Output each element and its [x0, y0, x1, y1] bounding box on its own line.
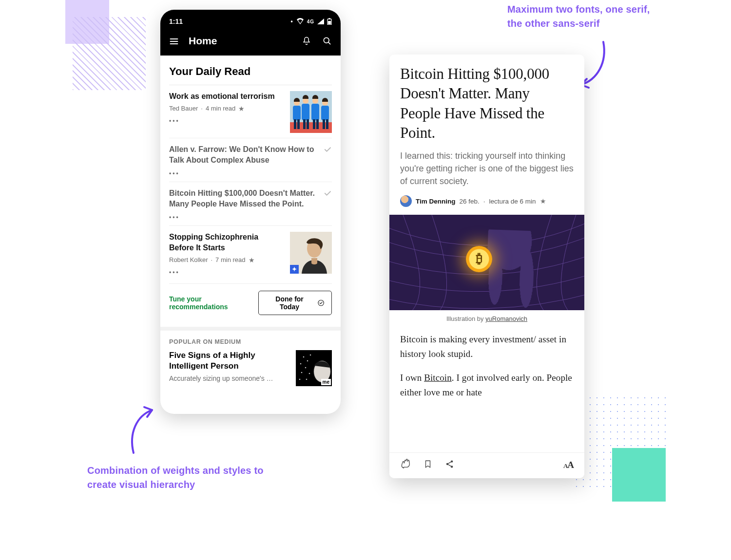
- svg-rect-1: [329, 18, 330, 19]
- svg-point-36: [306, 378, 308, 380]
- done-label: Done for Today: [266, 295, 313, 311]
- svg-rect-8: [311, 104, 319, 120]
- svg-rect-11: [297, 119, 300, 129]
- article-author: Ted Bauer: [169, 105, 198, 112]
- article-subtitle: I learned this: tricking yourself into t…: [400, 149, 574, 187]
- share-icon[interactable]: [445, 459, 455, 471]
- clap-icon[interactable]: [400, 459, 411, 471]
- article-title: Work as emotional terrorism: [169, 91, 283, 102]
- author-avatar[interactable]: [400, 195, 412, 207]
- popular-label: POPULAR ON MEDIUM: [169, 338, 332, 345]
- hero-hand: [485, 229, 542, 311]
- done-for-today-button[interactable]: Done for Today: [258, 291, 332, 315]
- article-date: 26 feb.: [460, 198, 480, 205]
- article-item[interactable]: Allen v. Farrow: We Don't Know How to Ta…: [169, 138, 332, 182]
- article-paragraph: Bitcoin is making every investment/ asse…: [400, 332, 574, 361]
- star-icon: ★: [238, 105, 245, 112]
- svg-rect-15: [316, 119, 319, 129]
- section-title: Your Daily Read: [169, 62, 332, 85]
- article-readtime: 7 min read: [215, 256, 245, 263]
- inline-link[interactable]: Bitcoin: [424, 373, 452, 383]
- article-readtime: lectura de 6 min: [489, 198, 536, 205]
- article-meta: Robert Kolker · 7 min read ★: [169, 256, 283, 264]
- annotation-hierarchy: Combination of weights and styles to cre…: [87, 464, 268, 492]
- check-circle-icon: [317, 299, 325, 307]
- svg-point-29: [307, 360, 308, 361]
- check-icon: [323, 189, 332, 221]
- article-readtime: 4 min read: [206, 105, 235, 112]
- svg-point-31: [310, 354, 311, 355]
- more-icon[interactable]: •••: [169, 214, 316, 221]
- battery-icon: [327, 18, 332, 25]
- svg-point-28: [303, 356, 305, 357]
- bookmark-icon[interactable]: [423, 459, 432, 471]
- svg-rect-13: [307, 119, 309, 129]
- svg-point-24: [318, 300, 324, 305]
- svg-rect-17: [326, 119, 328, 129]
- svg-rect-10: [294, 119, 296, 129]
- svg-point-34: [309, 373, 310, 374]
- author-name[interactable]: Tim Denning: [416, 198, 456, 205]
- svg-rect-9: [321, 106, 329, 120]
- svg-point-33: [301, 372, 303, 373]
- more-icon[interactable]: •••: [169, 170, 316, 177]
- dot-icon: •: [290, 18, 293, 25]
- menu-icon[interactable]: [169, 36, 179, 46]
- text-size-button[interactable]: AA: [563, 460, 574, 470]
- svg-rect-7: [302, 104, 309, 120]
- svg-rect-12: [303, 119, 306, 129]
- signal-icon: [317, 19, 324, 24]
- hero-coin-icon: ₿: [466, 246, 492, 272]
- more-icon[interactable]: •••: [169, 117, 283, 124]
- thumbnail-badge: me: [321, 379, 331, 385]
- article-item[interactable]: Work as emotional terrorism Ted Bauer · …: [169, 85, 332, 138]
- status-bar: 1:11 • 4G: [169, 15, 332, 29]
- more-icon[interactable]: •••: [169, 269, 283, 276]
- status-icons: • 4G: [290, 18, 332, 25]
- decoration-teal-square: [612, 448, 666, 502]
- popular-section: POPULAR ON MEDIUM Five Signs of a Highly…: [160, 327, 341, 386]
- svg-point-35: [299, 378, 301, 380]
- star-icon: ★: [540, 197, 546, 205]
- annotation-fonts: Maximum two fonts, one serif, the other …: [507, 2, 663, 31]
- bell-icon[interactable]: [302, 36, 311, 46]
- article-title: Allen v. Farrow: We Don't Know How to Ta…: [169, 144, 316, 165]
- caption-credit-link[interactable]: yuRomanovich: [485, 315, 527, 322]
- popular-thumbnail: me: [296, 350, 332, 386]
- popular-title: Five Signs of a Highly Intelligent Perso…: [169, 350, 289, 372]
- article-title: Stopping Schizophrenia Before It Starts: [169, 232, 283, 253]
- svg-rect-14: [313, 119, 315, 129]
- article-hero-image: ₿: [389, 215, 584, 310]
- plus-badge-icon: ✦: [290, 265, 299, 274]
- popular-item[interactable]: Five Signs of a Highly Intelligent Perso…: [169, 350, 332, 386]
- article-thumbnail: [290, 91, 332, 133]
- phone-home-feed: 1:11 • 4G Home: [160, 10, 341, 414]
- star-icon: ★: [249, 256, 255, 264]
- article-paragraph: I own Bitcoin. I got involved early on. …: [400, 371, 574, 399]
- svg-point-39: [451, 460, 453, 462]
- article-author: Robert Kolker: [169, 256, 208, 263]
- svg-point-38: [446, 463, 448, 465]
- network-label: 4G: [307, 19, 314, 24]
- article-thumbnail: ✦: [290, 232, 332, 274]
- svg-rect-6: [293, 106, 301, 120]
- article-item[interactable]: Bitcoin Hitting $100,000 Doesn't Matter.…: [169, 182, 332, 226]
- article-title: Bitcoin Hitting $100,000 Doesn't Matter.…: [169, 188, 316, 209]
- article-byline: Tim Denning 26 feb. · lectura de 6 min ★: [400, 195, 574, 207]
- article-action-bar: AA: [389, 452, 584, 478]
- check-icon: [323, 145, 332, 177]
- wifi-icon: [296, 18, 304, 25]
- hero-caption: Illustration by yuRomanovich: [400, 315, 574, 322]
- svg-rect-16: [323, 119, 325, 129]
- article-headline: Bitcoin Hitting $100,000 Doesn't Matter.…: [400, 64, 574, 143]
- nav-title: Home: [189, 35, 217, 47]
- tune-recommendations-link[interactable]: Tune your recommendations: [169, 295, 258, 311]
- article-meta: Ted Bauer · 4 min read ★: [169, 105, 283, 112]
- svg-point-30: [300, 363, 302, 364]
- article-item[interactable]: Stopping Schizophrenia Before It Starts …: [169, 226, 332, 280]
- decoration-stripes: [73, 17, 146, 90]
- svg-point-32: [305, 367, 307, 368]
- search-icon[interactable]: [322, 36, 332, 46]
- annotation-arrow-bottom: [124, 404, 163, 460]
- popular-subtitle: Accurately sizing up someone's …: [169, 374, 289, 382]
